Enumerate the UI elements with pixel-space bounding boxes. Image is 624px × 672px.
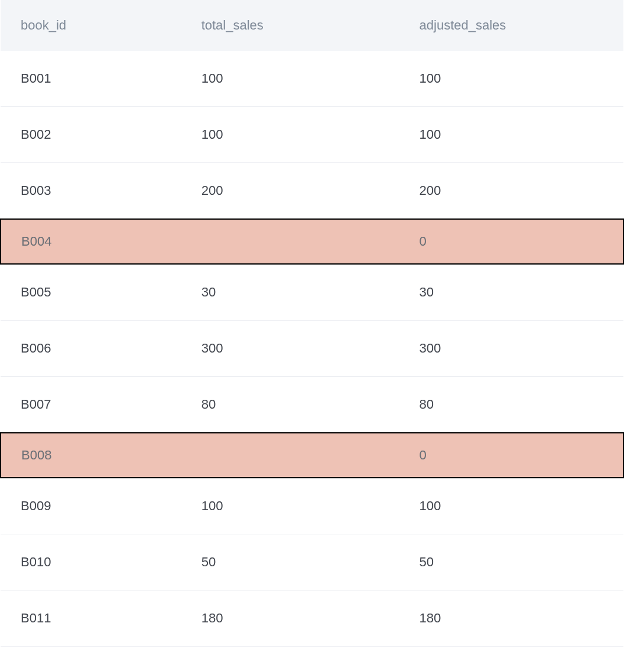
cell-adjusted-sales: 100 — [399, 51, 623, 107]
cell-total-sales: 100 — [181, 107, 399, 163]
table-body: B001100100B002100100B003200200B0040B0053… — [1, 51, 623, 647]
cell-book-id: B006 — [1, 321, 181, 377]
cell-adjusted-sales: 100 — [399, 478, 623, 534]
table-row: B011180180 — [1, 591, 623, 647]
cell-adjusted-sales: 50 — [399, 534, 623, 591]
cell-adjusted-sales: 200 — [399, 163, 623, 220]
cell-book-id: B003 — [1, 163, 181, 220]
cell-book-id: B001 — [1, 51, 181, 107]
cell-book-id: B005 — [1, 264, 181, 321]
table-row: B0105050 — [1, 534, 623, 591]
table-row: B003200200 — [1, 163, 623, 220]
cell-adjusted-sales: 0 — [399, 219, 623, 264]
cell-book-id: B009 — [1, 478, 181, 534]
table-row: B0053030 — [1, 264, 623, 321]
table-row: B009100100 — [1, 478, 623, 534]
sales-table: book_id total_sales adjusted_sales B0011… — [0, 0, 624, 647]
cell-adjusted-sales: 80 — [399, 377, 623, 433]
cell-total-sales — [181, 219, 399, 264]
table-row: B002100100 — [1, 107, 623, 163]
cell-total-sales — [181, 433, 399, 478]
cell-adjusted-sales: 0 — [399, 433, 623, 478]
cell-book-id: B011 — [1, 591, 181, 647]
table-row: B006300300 — [1, 321, 623, 377]
cell-book-id: B007 — [1, 377, 181, 433]
cell-adjusted-sales: 30 — [399, 264, 623, 321]
cell-book-id: B002 — [1, 107, 181, 163]
cell-book-id: B008 — [1, 433, 181, 478]
table-row: B0040 — [1, 219, 623, 264]
table-header: book_id total_sales adjusted_sales — [1, 0, 623, 51]
cell-total-sales: 300 — [181, 321, 399, 377]
cell-total-sales: 80 — [181, 377, 399, 433]
cell-total-sales: 180 — [181, 591, 399, 647]
table-row: B0080 — [1, 433, 623, 478]
cell-total-sales: 100 — [181, 51, 399, 107]
cell-adjusted-sales: 180 — [399, 591, 623, 647]
cell-total-sales: 100 — [181, 478, 399, 534]
table-row: B0078080 — [1, 377, 623, 433]
cell-book-id: B010 — [1, 534, 181, 591]
column-header-book-id: book_id — [1, 0, 181, 51]
cell-total-sales: 30 — [181, 264, 399, 321]
cell-total-sales: 200 — [181, 163, 399, 220]
cell-book-id: B004 — [1, 219, 181, 264]
cell-total-sales: 50 — [181, 534, 399, 591]
cell-adjusted-sales: 100 — [399, 107, 623, 163]
column-header-total-sales: total_sales — [181, 0, 399, 51]
column-header-adjusted-sales: adjusted_sales — [399, 0, 623, 51]
cell-adjusted-sales: 300 — [399, 321, 623, 377]
table-row: B001100100 — [1, 51, 623, 107]
